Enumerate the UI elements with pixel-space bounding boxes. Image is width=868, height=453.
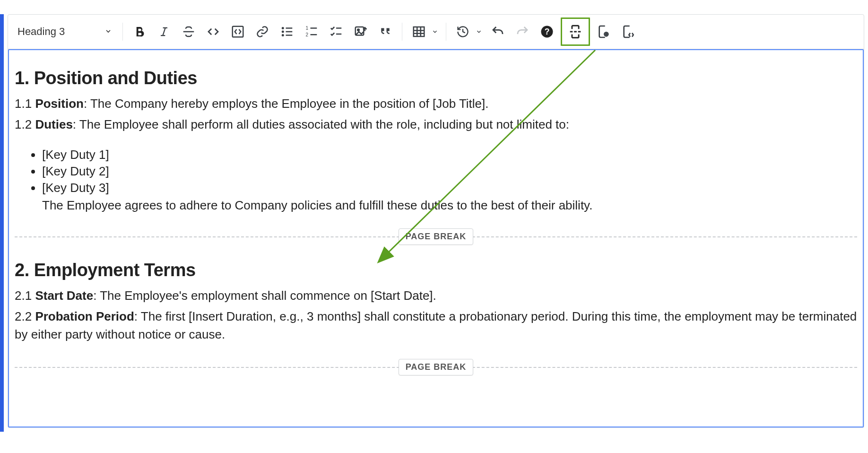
divider	[402, 23, 402, 41]
clause-text: : The Employee shall perform all duties …	[73, 117, 569, 131]
list-item[interactable]: [Key Duty 3]	[42, 181, 857, 195]
list-item[interactable]: [Key Duty 1]	[42, 148, 857, 162]
toolbar: Heading 3	[8, 15, 864, 49]
bullet-list-button[interactable]	[276, 21, 298, 43]
left-rail	[0, 14, 4, 432]
editor-panel: Heading 3	[8, 14, 864, 428]
clause-text: : The Company hereby employs the Employe…	[84, 96, 489, 111]
chevron-down-icon	[104, 26, 112, 38]
history-button[interactable]	[452, 21, 474, 43]
table-button[interactable]	[408, 21, 430, 43]
duties-list[interactable]: [Key Duty 1] [Key Duty 2] [Key Duty 3]	[29, 148, 857, 195]
italic-button[interactable]	[153, 21, 175, 43]
svg-rect-11	[311, 34, 317, 35]
clause-number: 2.2	[15, 309, 35, 323]
paragraph-style-label: Heading 3	[17, 26, 65, 38]
clause-2-2[interactable]: 2.2 Probation Period: The first [Insert …	[15, 308, 857, 343]
divider	[122, 23, 123, 41]
clause-1-1[interactable]: 1.1 Position: The Company hereby employs…	[15, 95, 857, 113]
clause-label: Start Date	[35, 288, 93, 303]
clause-1-2[interactable]: 1.2 Duties: The Employee shall perform a…	[15, 116, 857, 134]
paragraph-style-select[interactable]: Heading 3	[13, 21, 117, 43]
svg-rect-7	[286, 35, 293, 36]
duty-note[interactable]: The Employee agrees to adhere to Company…	[42, 198, 857, 213]
page-break-marker[interactable]: PAGE BREAK	[15, 229, 857, 244]
svg-rect-5	[286, 31, 293, 33]
svg-rect-3	[286, 27, 293, 29]
link-button[interactable]	[252, 21, 273, 43]
history-dropdown[interactable]	[474, 21, 484, 43]
svg-text:2: 2	[306, 32, 309, 37]
clause-number: 1.2	[15, 117, 35, 131]
svg-point-6	[282, 34, 284, 36]
redo-button[interactable]	[512, 21, 533, 43]
clause-label: Position	[35, 96, 84, 111]
numbered-list-button[interactable]: 12	[301, 21, 322, 43]
svg-point-2	[282, 27, 284, 29]
source-button[interactable]	[617, 21, 639, 43]
svg-rect-16	[414, 27, 425, 36]
strikethrough-button[interactable]	[178, 21, 200, 43]
heading-section-2[interactable]: 2. Employment Terms	[15, 260, 857, 280]
page-break-marker[interactable]: PAGE BREAK	[15, 359, 857, 375]
inline-code-button[interactable]	[202, 21, 224, 43]
editor-content[interactable]: 1. Position and Duties 1.1 Position: The…	[8, 49, 864, 427]
clause-label: Probation Period	[35, 309, 134, 323]
svg-point-15	[357, 29, 359, 31]
task-list-button[interactable]	[325, 21, 347, 43]
bold-button[interactable]	[129, 21, 150, 43]
svg-point-4	[282, 31, 284, 33]
svg-rect-9	[311, 27, 317, 29]
clause-label: Duties	[35, 117, 72, 131]
table-dropdown[interactable]	[430, 21, 440, 43]
code-block-button[interactable]	[227, 21, 249, 43]
blockquote-button[interactable]	[374, 21, 396, 43]
page-break-label: PAGE BREAK	[399, 228, 474, 245]
page-break-label: PAGE BREAK	[399, 359, 474, 375]
page-break-button[interactable]	[561, 17, 590, 46]
list-item[interactable]: [Key Duty 2]	[42, 164, 857, 179]
divider	[446, 23, 446, 41]
clause-2-1[interactable]: 2.1 Start Date: The Employee's employmen…	[15, 287, 857, 305]
undo-button[interactable]	[487, 21, 509, 43]
preview-button[interactable]	[593, 21, 615, 43]
clause-text: : The Employee's employment shall commen…	[93, 288, 436, 303]
clause-number: 2.1	[15, 288, 35, 303]
heading-section-1[interactable]: 1. Position and Duties	[15, 68, 857, 88]
image-button[interactable]	[350, 21, 372, 43]
svg-text:1: 1	[306, 26, 309, 31]
clause-number: 1.1	[15, 96, 35, 111]
svg-rect-1	[233, 26, 243, 37]
help-button[interactable]: ?	[536, 21, 558, 43]
clause-text: : The first [Insert Duration, e.g., 3 mo…	[15, 309, 857, 341]
svg-point-33	[606, 34, 607, 35]
svg-text:?: ?	[545, 27, 550, 36]
